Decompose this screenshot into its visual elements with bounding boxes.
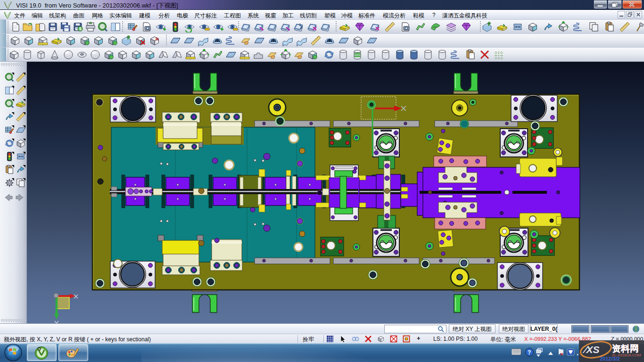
svg-text:资料网: 资料网 [612,344,639,354]
svg-text:?: ? [528,349,531,356]
svg-text:∕XS: ∕XS [582,344,600,355]
svg-text:2012/3/2: 2012/3/2 [600,356,620,362]
